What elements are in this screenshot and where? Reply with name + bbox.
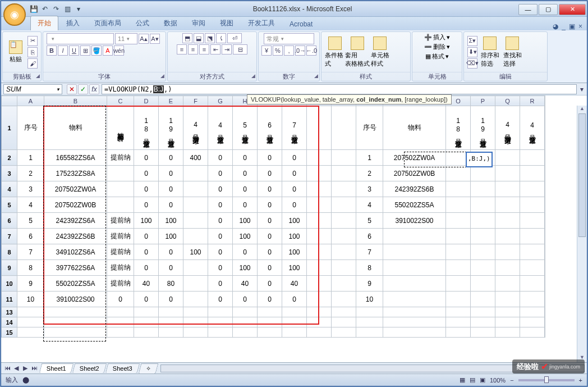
cell[interactable]: 242392ZS6B (383, 181, 446, 197)
expand-formula-icon[interactable]: ▾ (577, 85, 587, 93)
cell[interactable]: 0 (159, 244, 183, 260)
cell[interactable]: 18号交货订单量 (446, 106, 471, 150)
cell[interactable] (520, 327, 545, 338)
cell[interactable] (233, 327, 258, 338)
cell[interactable] (356, 317, 383, 327)
cell[interactable] (332, 106, 356, 150)
cell[interactable] (383, 327, 446, 338)
cell[interactable]: 9 (356, 276, 383, 292)
percent-icon[interactable]: % (273, 45, 283, 56)
sheet-tab-2[interactable]: Sheet2 (72, 363, 107, 373)
cell[interactable] (520, 166, 545, 181)
cell[interactable] (134, 317, 159, 327)
cell[interactable] (183, 292, 208, 307)
cell[interactable]: 0 (107, 292, 134, 307)
cell[interactable] (107, 327, 134, 338)
cell[interactable]: 序号 (356, 106, 383, 150)
cell[interactable]: 提前纳 (107, 260, 134, 276)
cell[interactable] (545, 317, 545, 327)
align-top-icon[interactable]: ⬒ (182, 33, 192, 43)
cell[interactable]: 0 (258, 260, 282, 276)
cell[interactable]: 3910022S00 (44, 292, 107, 307)
cell[interactable] (159, 307, 183, 317)
cell[interactable]: 3910022S00 (383, 213, 446, 229)
cell[interactable] (307, 166, 332, 181)
shrink-font-icon[interactable]: A▾ (150, 34, 160, 44)
cell[interactable]: 0 (134, 260, 159, 276)
cell[interactable] (446, 150, 471, 166)
cell[interactable]: 0 (282, 166, 307, 181)
cell[interactable]: 0 (208, 181, 233, 197)
cell[interactable] (383, 244, 446, 260)
cell[interactable]: 8 (17, 260, 44, 276)
cell[interactable]: 207502ZW0B (44, 197, 107, 213)
cell[interactable]: 0 (159, 150, 183, 166)
cell[interactable]: 0 (282, 150, 307, 166)
cell[interactable]: 0 (208, 276, 233, 292)
cell[interactable] (495, 260, 520, 276)
fill-icon[interactable]: ⬇▾ (467, 47, 477, 57)
cell[interactable] (44, 317, 107, 327)
cell[interactable]: 9 (17, 276, 44, 292)
cell[interactable]: 0 (159, 166, 183, 181)
cell-styles-button[interactable]: 单元格 样式 (370, 34, 390, 70)
cell[interactable] (495, 166, 520, 181)
cell[interactable] (446, 276, 471, 292)
cell[interactable] (545, 106, 545, 150)
cell[interactable] (183, 276, 208, 292)
align-left-icon[interactable]: ≡ (177, 44, 187, 54)
cell[interactable]: 0 (208, 197, 233, 213)
cell[interactable]: 提前纳 (107, 276, 134, 292)
cell[interactable]: 100 (282, 244, 307, 260)
cell[interactable] (44, 327, 107, 338)
cell[interactable] (183, 327, 208, 338)
paste-button[interactable]: 📋 粘贴 (6, 34, 25, 70)
cell[interactable] (208, 327, 233, 338)
formula-input[interactable]: =VLOOKUP(N2,B:J,) (102, 84, 577, 94)
cell[interactable] (446, 244, 471, 260)
cell[interactable]: 207502ZW0A (383, 150, 446, 166)
cell[interactable] (495, 276, 520, 292)
launcher-icon[interactable]: ◢ (314, 73, 318, 79)
cell[interactable] (183, 317, 208, 327)
row-header[interactable]: 14 (2, 317, 17, 327)
cell[interactable]: 100 (282, 260, 307, 276)
cell[interactable] (183, 307, 208, 317)
cell[interactable]: 4 (356, 197, 383, 213)
row-header[interactable]: 2 (2, 150, 17, 166)
cell[interactable] (545, 327, 545, 338)
phonetic-button[interactable]: wén (114, 45, 124, 56)
cell[interactable]: 100 (159, 213, 183, 229)
cell[interactable] (159, 317, 183, 327)
cell[interactable]: 0 (159, 292, 183, 307)
spreadsheet-grid[interactable]: ABCDEFGHIJKLMNOPQR1序号物料纳期差异分析18号交货订单量19号… (1, 95, 545, 338)
cell[interactable] (307, 106, 332, 150)
copy-icon[interactable]: ⎘ (27, 47, 38, 57)
cell[interactable] (495, 244, 520, 260)
zoom-out-icon[interactable]: − (510, 377, 513, 384)
cell[interactable]: 19号交货订单量 (471, 106, 495, 150)
save-icon[interactable]: 💾 (29, 4, 38, 13)
cell[interactable]: 0 (258, 276, 282, 292)
cell[interactable]: 0 (282, 181, 307, 197)
cell[interactable] (545, 197, 545, 213)
cell[interactable]: 6号交货订单量 (258, 106, 282, 150)
italic-button[interactable]: I (58, 45, 68, 56)
cell[interactable]: 0 (258, 292, 282, 307)
cell[interactable] (471, 327, 495, 338)
format-painter-icon[interactable]: 🖌 (27, 58, 38, 69)
cell[interactable]: 7 (17, 244, 44, 260)
tab-acrobat[interactable]: Acrobat (283, 18, 319, 30)
wrap-text-button[interactable]: ⏎ (227, 33, 242, 43)
cell[interactable]: 5号交货订单量 (233, 106, 258, 150)
cell[interactable] (307, 260, 332, 276)
cell[interactable] (495, 197, 520, 213)
cell[interactable] (307, 150, 332, 166)
cell[interactable] (471, 213, 495, 229)
cell[interactable]: 提前纳 (107, 213, 134, 229)
cell[interactable]: 2 (17, 166, 44, 181)
cell[interactable]: 4号追加交货订单 (183, 106, 208, 150)
cell[interactable]: 5 (17, 213, 44, 229)
row-header[interactable]: 7 (2, 229, 17, 244)
cell[interactable] (332, 166, 356, 181)
